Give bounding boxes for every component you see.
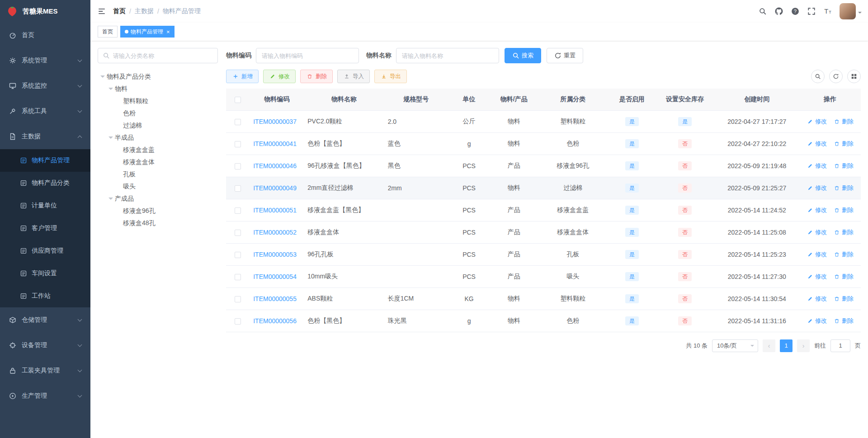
category-search-input[interactable] (113, 52, 213, 59)
import-button[interactable]: 导入 (337, 70, 370, 83)
item-code-link[interactable]: ITEM00000041 (253, 140, 297, 147)
delete-link[interactable]: 删除 (833, 118, 854, 126)
tree-node[interactable]: 移液盒96孔 (98, 205, 218, 217)
delete-link[interactable]: 删除 (833, 273, 854, 281)
delete-link[interactable]: 删除 (833, 250, 854, 259)
item-code-link[interactable]: ITEM00000046 (253, 162, 297, 170)
material-code-input[interactable] (256, 48, 359, 63)
tree-node[interactable]: 物料及产品分类 (98, 71, 218, 83)
goto-page-input[interactable] (830, 339, 850, 352)
toggle-search-button[interactable] (811, 70, 825, 83)
tree-node[interactable]: 半成品 (98, 132, 218, 144)
prev-page-button[interactable]: ‹ (763, 339, 775, 352)
edit-link[interactable]: 修改 (807, 228, 827, 236)
sidebar-subitem-material-product-category[interactable]: 物料产品分类 (0, 172, 90, 194)
row-checkbox[interactable] (235, 230, 241, 236)
tree-node[interactable]: 移液盒盒盖 (98, 144, 218, 156)
sidebar-subitem-measure-unit[interactable]: 计量单位 (0, 194, 90, 217)
sidebar-subitem-workstation[interactable]: 工作站 (0, 285, 90, 307)
font-size-icon[interactable]: TT (820, 0, 836, 23)
close-icon[interactable]: × (166, 29, 170, 35)
caret-down-icon[interactable] (108, 88, 113, 92)
refresh-table-button[interactable] (829, 70, 843, 83)
sidebar-item-system-manage[interactable]: 系统管理 (0, 48, 90, 73)
breadcrumb-item[interactable]: 主数据 (135, 7, 154, 15)
caret-down-icon[interactable] (100, 75, 105, 80)
sidebar-item-device-manage[interactable]: 设备管理 (0, 333, 90, 358)
caret-down-icon[interactable] (108, 198, 113, 202)
sidebar-subitem-customer-manage[interactable]: 客户管理 (0, 217, 90, 240)
tag-首页[interactable]: 首页 (98, 26, 118, 38)
row-checkbox[interactable] (235, 274, 241, 280)
tree-node[interactable]: 过滤棉 (98, 119, 218, 132)
github-icon[interactable] (771, 0, 787, 23)
sidebar-item-warehouse-manage[interactable]: 仓储管理 (0, 307, 90, 333)
material-name-input[interactable] (396, 48, 499, 63)
tree-node[interactable]: 物料 (98, 83, 218, 95)
edit-button[interactable]: 修改 (263, 70, 296, 83)
column-settings-button[interactable] (847, 70, 861, 83)
edit-link[interactable]: 修改 (807, 184, 827, 192)
tree-node[interactable]: 移液盒48孔 (98, 217, 218, 229)
breadcrumb-item[interactable]: 首页 (113, 7, 126, 15)
edit-link[interactable]: 修改 (807, 250, 827, 259)
page-size-select[interactable]: 10条/页 (712, 339, 758, 352)
tree-node[interactable]: 吸头 (98, 180, 218, 193)
sidebar-item-system-monitor[interactable]: 系统监控 (0, 73, 90, 99)
edit-link[interactable]: 修改 (807, 317, 827, 325)
select-all-checkbox[interactable] (235, 97, 241, 103)
tree-node[interactable]: 塑料颗粒 (98, 95, 218, 107)
sidebar-item-system-tools[interactable]: 系统工具 (0, 99, 90, 124)
next-page-button[interactable]: › (797, 339, 810, 352)
export-button[interactable]: 导出 (374, 70, 407, 83)
row-checkbox[interactable] (235, 141, 241, 147)
edit-link[interactable]: 修改 (807, 206, 827, 214)
row-checkbox[interactable] (235, 318, 241, 325)
delete-button[interactable]: 删除 (300, 70, 333, 83)
help-icon[interactable]: ? (787, 0, 803, 23)
delete-link[interactable]: 删除 (833, 162, 854, 170)
item-code-link[interactable]: ITEM00000051 (253, 207, 297, 214)
row-checkbox[interactable] (235, 207, 241, 214)
sidebar-item-home[interactable]: 首页 (0, 23, 90, 48)
search-icon[interactable] (755, 0, 771, 23)
search-button[interactable]: 搜索 (505, 48, 541, 63)
tag-物料产品管理[interactable]: 物料产品管理× (120, 26, 175, 38)
sidebar-item-fixture-manage[interactable]: 工装夹具管理 (0, 358, 90, 383)
fullscreen-icon[interactable] (803, 0, 820, 23)
hamburger-icon[interactable] (90, 0, 113, 23)
item-code-link[interactable]: ITEM00000054 (253, 273, 297, 280)
tree-node[interactable]: 产成品 (98, 193, 218, 205)
item-code-link[interactable]: ITEM00000053 (253, 251, 297, 258)
row-checkbox[interactable] (235, 185, 241, 192)
row-checkbox[interactable] (235, 163, 241, 170)
delete-link[interactable]: 删除 (833, 228, 854, 236)
sidebar-subitem-workshop-setting[interactable]: 车间设置 (0, 262, 90, 285)
delete-link[interactable]: 删除 (833, 295, 854, 303)
sidebar-subitem-supplier-manage[interactable]: 供应商管理 (0, 240, 90, 262)
app-logo[interactable]: 苦糖果MES (0, 0, 90, 23)
row-checkbox[interactable] (235, 119, 241, 125)
item-code-link[interactable]: ITEM00000055 (253, 295, 297, 302)
edit-link[interactable]: 修改 (807, 162, 827, 170)
row-checkbox[interactable] (235, 252, 241, 258)
item-code-link[interactable]: ITEM00000052 (253, 229, 297, 236)
edit-link[interactable]: 修改 (807, 140, 827, 148)
page-number-button[interactable]: 1 (780, 339, 793, 352)
add-button[interactable]: 新增 (226, 70, 259, 83)
delete-link[interactable]: 删除 (833, 317, 854, 325)
edit-link[interactable]: 修改 (807, 118, 827, 126)
delete-link[interactable]: 删除 (833, 206, 854, 214)
sidebar-item-production-manage[interactable]: 生产管理 (0, 383, 90, 409)
caret-down-icon[interactable] (108, 137, 113, 141)
tree-node[interactable]: 孔板 (98, 168, 218, 180)
tree-node[interactable]: 色粉 (98, 107, 218, 119)
avatar[interactable] (840, 3, 856, 19)
row-checkbox[interactable] (235, 296, 241, 302)
delete-link[interactable]: 删除 (833, 184, 854, 192)
user-menu[interactable] (840, 3, 862, 19)
delete-link[interactable]: 删除 (833, 140, 854, 148)
edit-link[interactable]: 修改 (807, 273, 827, 281)
item-code-link[interactable]: ITEM00000049 (253, 184, 297, 192)
sidebar-item-master-data[interactable]: 主数据 (0, 124, 90, 149)
